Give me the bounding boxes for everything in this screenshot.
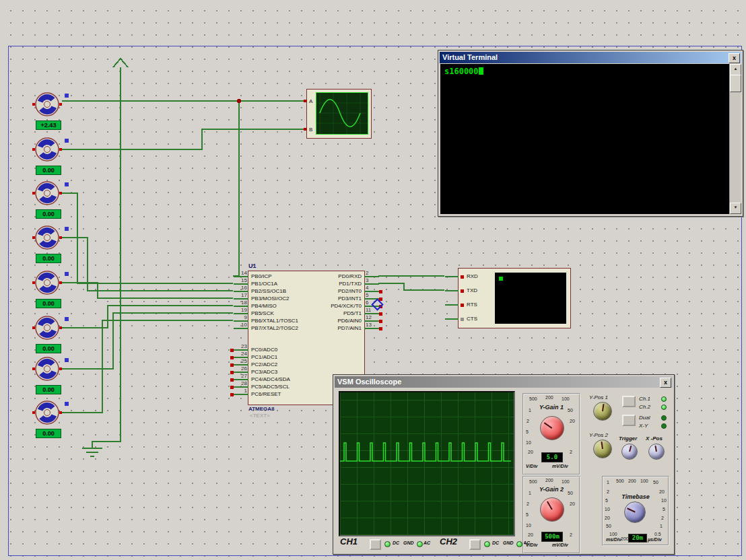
wire[interactable] bbox=[233, 101, 239, 276]
oscilloscope-window[interactable]: VSM Oscilloscope x CH1 DC GND AC CH2 DC … bbox=[333, 374, 675, 555]
potentiometer[interactable] bbox=[32, 313, 62, 343]
ygain1-knob[interactable] bbox=[540, 416, 564, 440]
display-mode-button[interactable] bbox=[622, 415, 636, 426]
ypos2-label: Y-Pos 2 bbox=[589, 432, 608, 438]
pot-actuator[interactable] bbox=[65, 358, 69, 362]
pot-actuator[interactable] bbox=[65, 317, 69, 321]
graph-pin-a-label: A bbox=[309, 98, 312, 104]
pot-actuator[interactable] bbox=[65, 272, 69, 276]
mcu-pin-number: 15 bbox=[234, 277, 247, 283]
mcu-pin-label: PD0/RXD bbox=[338, 273, 362, 279]
pot-actuator[interactable] bbox=[65, 139, 69, 143]
ygain2-knob[interactable] bbox=[540, 497, 564, 522]
serial-pin-label: RTS bbox=[467, 302, 477, 308]
serial-pin[interactable] bbox=[445, 276, 459, 277]
potentiometer[interactable] bbox=[32, 398, 62, 427]
mcu-pin[interactable] bbox=[364, 328, 379, 329]
mcu-pin[interactable] bbox=[234, 328, 248, 329]
wire[interactable] bbox=[62, 320, 233, 413]
virtual-terminal-component[interactable]: RXDTXDRTSCTS bbox=[458, 268, 571, 328]
dial-scale-number: 2 bbox=[570, 450, 572, 454]
wire[interactable] bbox=[62, 129, 306, 149]
dial-scale-number: 100 bbox=[562, 396, 570, 401]
mcu-pin-number: 13 bbox=[366, 322, 379, 328]
pot-value-badge: +2.43 bbox=[36, 120, 61, 130]
ygain2-unit-left: V/Div bbox=[526, 542, 538, 547]
ch1-coupling-button[interactable] bbox=[370, 539, 381, 550]
junction-dot bbox=[237, 99, 241, 103]
serial-cursor bbox=[499, 277, 503, 281]
mcu-pin-label: PC5/ADC5/SCL bbox=[251, 384, 290, 390]
pot-value-badge: 0.00 bbox=[36, 209, 61, 219]
dial-scale-number: 20 bbox=[605, 516, 610, 520]
timebase-readout: 20m bbox=[628, 534, 647, 542]
xpos-label: X -Pos bbox=[646, 435, 663, 442]
serial-pin[interactable] bbox=[445, 304, 459, 306]
serial-pin[interactable] bbox=[445, 290, 459, 291]
scrollbar-thumb[interactable] bbox=[730, 75, 741, 92]
pot-actuator[interactable] bbox=[65, 227, 69, 231]
timebase-knob[interactable] bbox=[624, 501, 646, 523]
timebase-unit-left: ms/Div bbox=[606, 537, 621, 542]
scroll-down-button[interactable]: ▼ bbox=[730, 203, 741, 214]
ch2-coupling-button[interactable] bbox=[469, 539, 481, 550]
ch1-gnd-label: GND bbox=[403, 540, 414, 545]
mcu-pin[interactable] bbox=[234, 394, 248, 395]
terminal-titlebar[interactable]: Virtual Terminal bbox=[440, 52, 741, 63]
mcu-pin-number: 27 bbox=[234, 373, 247, 379]
virtual-terminal-window[interactable]: Virtual Terminal x s160000 ▲ ▼ bbox=[438, 50, 743, 217]
mcu-pin-label: PD7/AIN1 bbox=[337, 325, 362, 331]
wire[interactable] bbox=[62, 306, 233, 328]
pot-actuator[interactable] bbox=[65, 182, 69, 186]
dial-scale-number: 2 bbox=[527, 419, 529, 423]
mcu-pin-number: 14 bbox=[234, 270, 247, 276]
mcu-pin-label: PC4/ADC4/SDA bbox=[251, 376, 290, 382]
channel-select-button[interactable] bbox=[622, 396, 636, 407]
oscilloscope-close-button[interactable]: x bbox=[660, 378, 671, 388]
mcu-pin-label: PC6/RESET bbox=[251, 391, 281, 397]
mode-label-x-y: X-Y bbox=[639, 423, 648, 429]
dial-scale-number: 500 bbox=[529, 479, 537, 484]
graph-pin-b-label: B bbox=[309, 127, 312, 133]
pot-actuator[interactable] bbox=[65, 402, 69, 406]
unconnected-pin-marker bbox=[230, 393, 234, 396]
terminal-screen[interactable]: s160000 bbox=[440, 64, 729, 214]
mcu-pin-label: PB7/XTAL2/TOSC2 bbox=[251, 325, 298, 331]
ypos2-knob[interactable] bbox=[593, 440, 612, 458]
pot-symbol bbox=[32, 178, 62, 208]
mode-label-ch2: Ch.2 bbox=[639, 404, 650, 410]
potentiometer[interactable] bbox=[32, 178, 62, 208]
power-terminal-icon[interactable] bbox=[113, 59, 128, 67]
serial-pin[interactable] bbox=[445, 318, 459, 320]
wire[interactable] bbox=[378, 283, 444, 290]
dial-scale-number: 10 bbox=[661, 498, 667, 503]
wire[interactable] bbox=[92, 67, 121, 448]
mcu-pin-number: 28 bbox=[234, 380, 247, 386]
mcu-pin-number: 25 bbox=[234, 358, 247, 364]
potentiometer[interactable] bbox=[32, 223, 62, 252]
mcu-note: <TEXT> bbox=[250, 413, 270, 419]
oscilloscope-titlebar[interactable]: VSM Oscilloscope bbox=[335, 376, 673, 388]
oscilloscope-crt bbox=[339, 391, 515, 536]
pot-value-badge: 0.00 bbox=[36, 344, 61, 353]
ygain1-unit-right: mV/Div bbox=[552, 464, 568, 468]
mcu-ref: U1 bbox=[248, 262, 257, 269]
dial-scale-number: 20 bbox=[528, 450, 533, 454]
terminal-close-button[interactable]: x bbox=[728, 53, 740, 63]
potentiometer[interactable] bbox=[32, 135, 62, 164]
xpos-knob[interactable] bbox=[648, 444, 665, 460]
potentiometer[interactable] bbox=[32, 354, 62, 384]
trigger-knob[interactable] bbox=[621, 444, 638, 460]
potentiometer[interactable] bbox=[32, 90, 62, 119]
mcu-pin-label: PC0/ADC0 bbox=[251, 347, 277, 353]
terminal-scrollbar[interactable]: ▲ ▼ bbox=[729, 64, 741, 214]
ypos1-knob[interactable] bbox=[593, 402, 612, 421]
pot-actuator[interactable] bbox=[65, 94, 69, 98]
unconnected-pin-marker bbox=[379, 312, 382, 316]
wire[interactable] bbox=[62, 313, 233, 369]
graph-component[interactable]: A B bbox=[306, 89, 372, 139]
potentiometer[interactable] bbox=[32, 268, 62, 298]
dial-scale-number: 10 bbox=[605, 507, 610, 512]
dial-scale-number: 20 bbox=[570, 419, 575, 423]
scroll-up-button[interactable]: ▲ bbox=[730, 64, 741, 75]
